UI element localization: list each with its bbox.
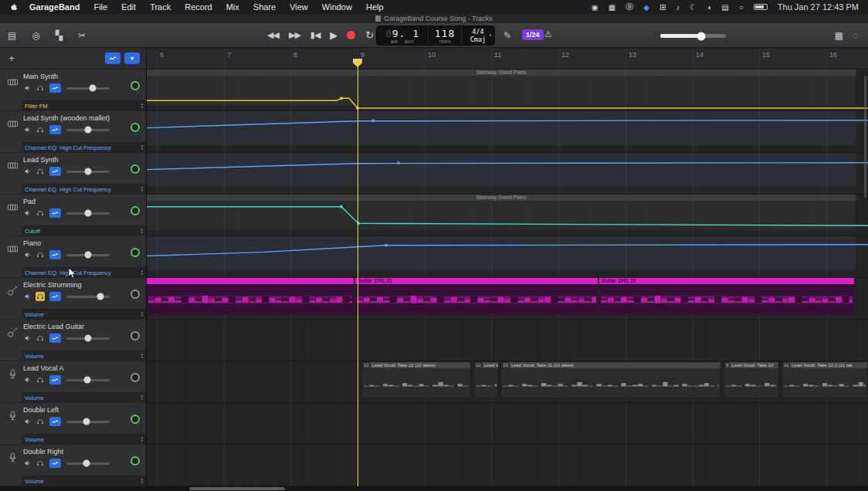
track-name[interactable]: Pad (23, 198, 141, 205)
rewind-button[interactable]: ◀◀ (267, 30, 279, 40)
automation-mode-button[interactable] (49, 250, 61, 259)
stepper-icon[interactable]: ▴▾ (141, 228, 143, 234)
track-name[interactable]: Double Left (23, 406, 141, 414)
grid-icon[interactable]: ⊞ (659, 3, 666, 12)
volume-knob[interactable] (83, 460, 90, 467)
go-to-beginning-button[interactable]: ▮◀ (310, 30, 320, 40)
automation-parameter-selector[interactable]: Cutoff ▴▾ (22, 225, 146, 235)
automation-mode-button[interactable] (49, 125, 61, 134)
automation-parameter-selector[interactable]: Volume ▴▾ (22, 476, 146, 486)
lane-electric-strumming[interactable]: ▃▅▂▆▃▁▅▂▇▄▂▅▁▃▆▂▄▁▅▃▂▆▄▁▃▅▂▄▆▁▂▅▃▄▂▆▁▄▂▅… (147, 278, 868, 320)
editor-scissors-icon[interactable]: ✂ (78, 30, 86, 41)
smart-controls-icon[interactable]: ▚ (56, 30, 63, 41)
pan-knob[interactable] (131, 415, 140, 424)
automation-parameter-selector[interactable]: Channel EQ: High Cut Frequency ▴▾ (22, 184, 146, 194)
stepper-icon[interactable]: ▴▾ (141, 436, 143, 442)
automation-mode-button[interactable] (49, 375, 61, 384)
track-name[interactable]: Electric Strumming (23, 281, 141, 289)
volume-knob[interactable] (83, 418, 90, 425)
pan-knob[interactable] (131, 248, 140, 257)
take-folder-region[interactable]: 13Lead Vocal: Take 11 (11 takes) ▁▂▁ ▃▂▁… (500, 361, 721, 398)
automation-parameter-selector[interactable]: Volume ▴▾ (22, 434, 146, 444)
take-count-badge[interactable]: 1/24 (522, 29, 544, 40)
loop-browser-icon[interactable]: ◌ (853, 30, 859, 41)
display-icon[interactable]: ◖ (707, 3, 711, 12)
audio-region-guitar[interactable]: Guitar 1#01.19 ▃▅▂▆▃▁▅▂▇▄▂▅▁▃▆▂▄▁▅▃▂▆▄▁▃… (599, 278, 854, 314)
track-name[interactable]: Lead Synth (wooden mallet) (23, 114, 141, 122)
solo-button[interactable] (36, 334, 45, 343)
automation-mode-button[interactable] (49, 292, 61, 301)
lane-pad[interactable]: Steinway Grand Piano (147, 195, 868, 236)
catch-playhead-button[interactable]: ▼ (124, 52, 140, 64)
music-icon[interactable]: ♪ (676, 3, 680, 12)
apple-menu-icon[interactable] (9, 2, 19, 12)
lcd-tempo[interactable]: 118 TEMPO (429, 26, 461, 45)
automation-curve-high-cut[interactable] (147, 153, 868, 194)
volume-slider[interactable] (66, 87, 110, 90)
lane-double-left[interactable] (147, 403, 868, 445)
mute-button[interactable] (23, 208, 32, 218)
pencil-icon[interactable]: ✎ (504, 30, 511, 41)
mute-button[interactable] (23, 334, 32, 343)
app-badge-icon[interactable]: ◆ (643, 3, 649, 12)
automation-parameter-selector[interactable]: Volume ▴▾ (22, 350, 146, 361)
volume-slider[interactable] (66, 296, 110, 298)
automation-curve-high-cut[interactable] (147, 111, 868, 152)
horizontal-scrollbar-thumb[interactable] (189, 487, 285, 490)
automation-curve-cutoff[interactable] (147, 195, 868, 235)
automation-parameter-selector[interactable]: Channel EQ: High Cut Frequency ▴▾ (22, 142, 146, 152)
pan-knob[interactable] (131, 331, 140, 340)
automation-parameter-selector[interactable]: Channel EQ: High Cut Frequency ▴▾ (22, 267, 146, 277)
audio-region-guitar[interactable]: ▃▅▂▆▃▁▅▂▇▄▂▅▁▃▆▂▄▁▅▃▂▆▄▁▃▅▂▄▆▁▂▅▃▄▂▆▁▄▂▅… (147, 278, 354, 314)
automation-mode-button[interactable] (49, 334, 61, 343)
volume-slider[interactable] (66, 462, 110, 465)
solo-button[interactable] (36, 208, 45, 218)
master-volume-knob[interactable] (697, 32, 705, 40)
volume-knob[interactable] (85, 335, 92, 342)
search-icon[interactable]: ○ (739, 3, 744, 12)
volume-knob[interactable] (83, 377, 90, 384)
solo-button[interactable] (36, 167, 45, 176)
track-header-pad[interactable]: Pad Cutoff ▴▾ (0, 195, 146, 236)
volume-slider[interactable] (66, 254, 110, 256)
volume-slider[interactable] (66, 171, 110, 173)
automation-mode-button[interactable] (49, 83, 61, 93)
track-header-lead-synth[interactable]: Lead Synth Channel EQ: High Cut Frequenc… (0, 153, 146, 195)
menu-item-share[interactable]: Share (246, 2, 283, 12)
menu-item-edit[interactable]: Edit (114, 2, 143, 12)
menu-item-record[interactable]: Record (178, 2, 219, 12)
take-folder-region[interactable]: 12Lead V ▁▂▁ ▃▂▁ ▄▂▁▃▁ ▂▅▂▁ ▃▁▂▁ ▄▁▂▃▁ ▂… (473, 361, 499, 398)
volume-icon[interactable]: ▤ (721, 3, 728, 12)
menu-item-garageband[interactable]: GarageBand (22, 2, 86, 12)
lane-lead-synth-wooden-mallet[interactable] (147, 111, 868, 153)
pan-knob[interactable] (131, 81, 140, 90)
warning-icon[interactable]: ⚠ (544, 29, 552, 39)
track-name[interactable]: Electric Lead Guitar (23, 323, 141, 330)
take-folder-region[interactable]: 11Lead Vocal: Take 12.1 (11 tak ▁▂▁ ▃▂▁ … (782, 361, 868, 398)
mute-button[interactable] (23, 375, 32, 384)
track-name[interactable]: Lead Vocal A (23, 364, 141, 372)
pan-knob[interactable] (131, 123, 140, 132)
stepper-icon[interactable]: ▴▾ (141, 269, 143, 276)
master-volume-slider[interactable] (660, 34, 726, 38)
menu-item-view[interactable]: View (283, 2, 315, 12)
menu-item-window[interactable]: Window (315, 2, 359, 12)
pan-knob[interactable] (131, 206, 140, 215)
track-name[interactable]: Double Right (23, 448, 141, 455)
mute-button[interactable] (23, 125, 32, 134)
menu-item-track[interactable]: Track (143, 2, 178, 12)
stepper-icon[interactable]: ▴▾ (141, 144, 143, 151)
record-button[interactable] (347, 31, 355, 39)
volume-knob[interactable] (85, 252, 92, 259)
take-folder-region[interactable]: 9Lead Vocal: Take 10 ▁▂▁ ▃▂▁ ▄▂▁▃▁ ▂▅▂▁ … (724, 361, 779, 398)
forward-button[interactable]: ▶▶ (289, 30, 300, 40)
horizontal-scrollbar-track[interactable] (0, 486, 868, 491)
tuner-icon[interactable]: ◎ (32, 30, 39, 41)
stepper-icon[interactable]: ▴▾ (141, 103, 143, 109)
volume-slider[interactable] (66, 129, 110, 131)
pan-knob[interactable] (131, 456, 140, 466)
solo-button[interactable] (36, 125, 45, 134)
volume-knob[interactable] (85, 168, 92, 175)
automation-parameter-selector[interactable]: Volume ▴▾ (22, 309, 146, 319)
stepper-icon[interactable]: ▴▾ (141, 478, 143, 484)
